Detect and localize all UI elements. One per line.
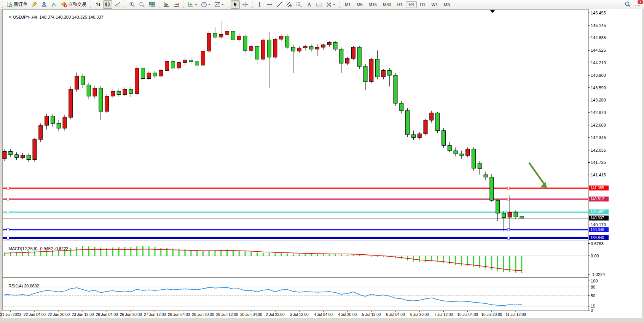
arrows-button[interactable] bbox=[324, 0, 337, 9]
chart-title: ▼USDJPY-,H4 140.374 140.380 140.325 140.… bbox=[4, 10, 104, 24]
marker-icon bbox=[31, 2, 37, 8]
text-button[interactable]: A bbox=[304, 0, 314, 9]
price-badge-141.085: 141.085 bbox=[589, 186, 609, 190]
vline-button[interactable] bbox=[255, 0, 264, 9]
button-label: M15 bbox=[369, 2, 377, 7]
shift-end-button[interactable] bbox=[172, 0, 181, 9]
text-label-button[interactable]: T bbox=[314, 0, 324, 9]
toolbar-grip[interactable] bbox=[2, 2, 3, 8]
candles-button[interactable] bbox=[103, 0, 112, 9]
search-button[interactable] bbox=[623, 0, 632, 8]
time-label-2: 22 Jun 20:00 bbox=[48, 312, 70, 317]
zoom-out-button[interactable] bbox=[137, 0, 147, 9]
hline-icon bbox=[266, 2, 273, 8]
button-label: 自动交易 bbox=[68, 1, 86, 8]
timeframe-D1-button[interactable]: D1 bbox=[418, 1, 428, 8]
hline-button[interactable] bbox=[265, 0, 274, 9]
time-label-5: 26 Jun 20:00 bbox=[120, 312, 142, 317]
price-tick-142.345: 142.345 bbox=[591, 135, 606, 140]
new-order-button[interactable]: 新订单 bbox=[5, 0, 29, 9]
timeframe-M5-button[interactable]: M5 bbox=[354, 1, 365, 8]
crosshair-button[interactable] bbox=[241, 0, 250, 9]
chevron-down-icon[interactable] bbox=[333, 4, 335, 5]
price-tick-144.525: 144.525 bbox=[591, 48, 606, 52]
line-chart-button[interactable] bbox=[113, 0, 122, 9]
toolbar-grip[interactable] bbox=[124, 2, 126, 8]
toolbar-grip[interactable] bbox=[90, 2, 92, 8]
time-label-16: 6 Jul 04:00 bbox=[386, 312, 405, 317]
timeframe-H4-button[interactable]: H4 bbox=[406, 1, 416, 8]
crosshair-icon bbox=[242, 2, 248, 8]
indicators-icon bbox=[188, 2, 194, 8]
chevron-down-icon[interactable] bbox=[222, 4, 224, 5]
channel-button[interactable]: E bbox=[285, 0, 294, 9]
timeframe-MN-button[interactable]: MN bbox=[441, 1, 453, 8]
shift-end-icon bbox=[173, 2, 179, 8]
toolbar-grip[interactable] bbox=[183, 2, 185, 8]
auto-scroll-button[interactable] bbox=[162, 0, 171, 9]
tile-windows-button[interactable] bbox=[147, 0, 156, 9]
toolbar-group-5 bbox=[230, 0, 250, 9]
fibonacci-button[interactable]: F bbox=[295, 0, 304, 9]
timeframe-W1-button[interactable]: W1 bbox=[429, 1, 441, 8]
toolbar-group-2 bbox=[127, 0, 157, 9]
timeframe-H1-button[interactable]: H1 bbox=[394, 1, 405, 8]
toolbar-grip[interactable] bbox=[227, 2, 229, 8]
cursor-button[interactable] bbox=[231, 0, 240, 9]
svg-text:T: T bbox=[318, 3, 320, 6]
rsi-tick-50: 50 bbox=[591, 293, 595, 298]
button-label: M1 bbox=[345, 2, 351, 7]
chart-plot-area[interactable] bbox=[3, 9, 588, 240]
templates-button[interactable] bbox=[213, 0, 225, 9]
chart-title-ohlc: 140.374 140.380 140.325 140.337 bbox=[39, 15, 103, 19]
chevron-down-icon[interactable] bbox=[195, 4, 197, 5]
chevron-down-icon[interactable] bbox=[208, 4, 210, 5]
bar-chart-button[interactable] bbox=[93, 0, 102, 9]
indicators-button[interactable] bbox=[186, 0, 199, 9]
toolbar-grip[interactable] bbox=[158, 2, 160, 8]
time-label-3: 23 Jun 12:00 bbox=[72, 312, 94, 317]
time-label-1: 22 Jun 04:00 bbox=[24, 312, 46, 317]
chat-button[interactable]: 1 bbox=[633, 0, 642, 8]
macd-panel-label: MACD(12,26,9) -0.9452 -0.8222 bbox=[4, 242, 68, 255]
price-tick-142.035: 142.035 bbox=[591, 148, 606, 152]
chart-title-symbol: USDJPY-,H4 bbox=[13, 15, 37, 19]
price-tick-142.660: 142.660 bbox=[591, 123, 606, 127]
toolbar-grip[interactable] bbox=[339, 2, 341, 8]
auto-scroll-icon bbox=[163, 2, 169, 8]
button-label: MN bbox=[444, 2, 450, 7]
price-badge-140.812: 140.812 bbox=[589, 197, 609, 201]
periods-button[interactable] bbox=[199, 0, 212, 9]
timeframe-M30-button[interactable]: M30 bbox=[380, 1, 394, 8]
zoom-in-icon bbox=[129, 2, 135, 8]
time-label-11: 2 Jul 23:00 bbox=[266, 312, 285, 317]
templates-icon bbox=[214, 2, 220, 8]
macd-tick--1.0224: -1.0224 bbox=[591, 272, 605, 277]
symbol-dropdown-icon[interactable]: ▼ bbox=[8, 16, 11, 19]
time-label-19: 10 Jul 04:00 bbox=[457, 312, 478, 317]
time-label-8: 28 Jun 20:00 bbox=[192, 312, 214, 317]
trendline-button[interactable] bbox=[275, 0, 284, 9]
price-tick-143.280: 143.280 bbox=[591, 98, 606, 102]
price-badge-139.840: 139.840 bbox=[589, 235, 609, 240]
community-button[interactable] bbox=[40, 0, 49, 9]
price-tick-143.900: 143.900 bbox=[591, 73, 606, 78]
toolbar-grip[interactable] bbox=[252, 2, 253, 8]
button-label: M30 bbox=[383, 2, 391, 7]
cursor-icon bbox=[232, 2, 238, 8]
fibonacci-icon: F bbox=[296, 2, 302, 8]
marker-button[interactable] bbox=[30, 0, 39, 9]
toolbar-group-7: M1M5M15M30H1H4D1W1MN bbox=[342, 0, 453, 9]
rsi-panel-label: RSI(14) 20.0802 bbox=[4, 279, 39, 293]
timeframe-M1-button[interactable]: M1 bbox=[342, 1, 353, 8]
signals-icon bbox=[51, 2, 57, 8]
timeframe-M15-button[interactable]: M15 bbox=[366, 1, 379, 8]
signals-button[interactable] bbox=[49, 0, 59, 9]
price-tick-144.835: 144.835 bbox=[591, 35, 606, 40]
time-label-7: 28 Jun 04:00 bbox=[168, 312, 190, 317]
time-label-12: 3 Jul 12:00 bbox=[290, 312, 309, 317]
price-tick-142.970: 142.970 bbox=[591, 110, 606, 115]
zoom-in-button[interactable] bbox=[128, 0, 137, 9]
price-tick-141.415: 141.415 bbox=[591, 173, 606, 177]
autotrade-button[interactable]: 自动交易 bbox=[59, 0, 88, 9]
